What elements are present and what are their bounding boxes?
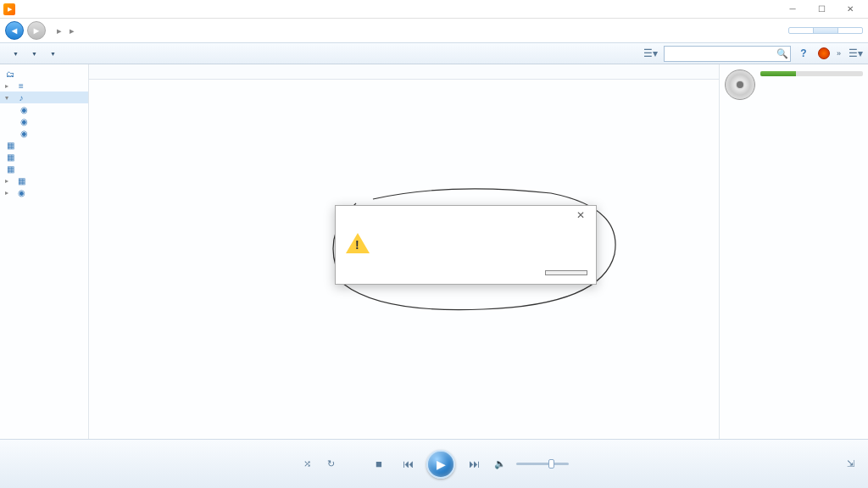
- ok-button[interactable]: [545, 270, 587, 275]
- dialog-close-button[interactable]: ✕: [570, 209, 591, 221]
- error-dialog: ✕: [335, 205, 597, 285]
- warning-icon: [346, 233, 370, 257]
